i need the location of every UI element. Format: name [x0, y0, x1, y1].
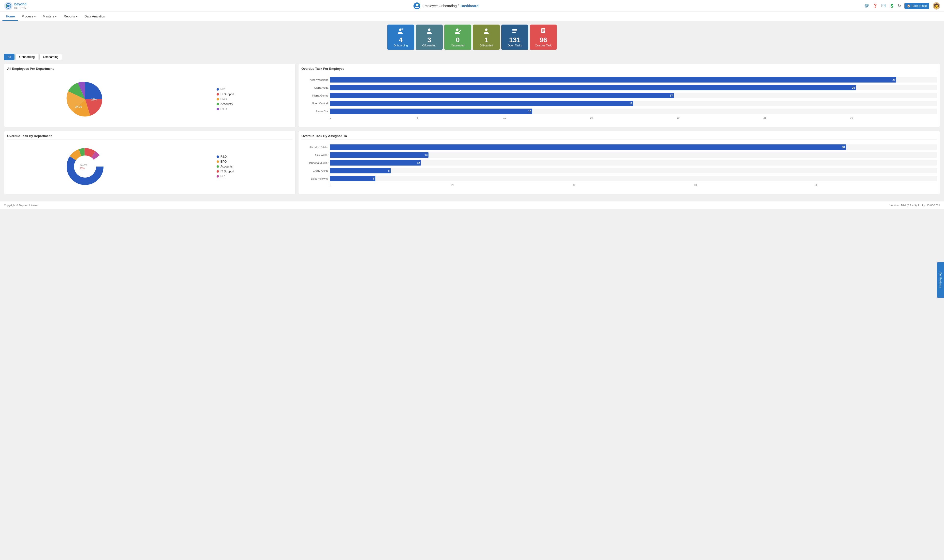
- header-breadcrumb: + Employee Onboarding / Dashboard: [413, 3, 478, 9]
- settings-button[interactable]: ⚙️: [864, 3, 869, 8]
- dept-pie-container: 25% 37.5% HR IT Support BPO Accounts R&D: [7, 75, 293, 124]
- logo-area: beyond INTRANET: [4, 2, 28, 10]
- refresh-button[interactable]: ↻: [898, 3, 901, 8]
- dashboard-row-1: All Employees Per Department 25% 37.5% H…: [0, 62, 944, 129]
- onboarding-icon: +: [392, 28, 409, 35]
- help-button[interactable]: ❓: [873, 3, 878, 8]
- bar-label: Grady Archie: [301, 169, 329, 172]
- open-tasks-card[interactable]: 131 Open Tasks: [501, 25, 528, 50]
- bar-row: Lidia Holloway 6: [301, 176, 937, 181]
- header-page-icon: +: [413, 3, 420, 9]
- onboarded-icon: [449, 28, 466, 35]
- bar-fill: 10: [330, 109, 532, 114]
- dept-pie-chart: 25% 37.5%: [65, 80, 105, 119]
- dashboard-row-2: Overdue Task By Department 59.4% 25% R&D: [0, 129, 944, 196]
- summary-row: + 4 Onboarding 3 Offboarding 0 Onboarded…: [0, 21, 944, 52]
- breadcrumb-link[interactable]: Dashboard: [460, 4, 478, 8]
- offboarded-card[interactable]: 1 Offboarded: [473, 25, 500, 50]
- offboarding-card[interactable]: 3 Offboarding: [416, 25, 443, 50]
- bar-label: Alice Woodland: [301, 78, 329, 81]
- bar-row: Jitendra Patidar 68: [301, 145, 937, 150]
- open-tasks-label: Open Tasks: [506, 44, 523, 47]
- dept-overdue-chart: 59.4% 25%: [65, 147, 105, 186]
- bar-fill: 28: [330, 77, 896, 83]
- open-tasks-count: 131: [506, 37, 523, 43]
- bar-label: Cierra Vega: [301, 86, 329, 89]
- bar-label: Pierre Cox: [301, 110, 329, 113]
- bar-track: 28: [330, 77, 937, 83]
- onboarding-card[interactable]: + 4 Onboarding: [387, 25, 414, 50]
- billing-button[interactable]: 💲: [889, 3, 894, 8]
- bar-fill: 17: [330, 93, 674, 98]
- bar-track: 13: [330, 152, 937, 158]
- onboarding-count: 4: [392, 37, 409, 43]
- bar-label: Alex Wilber: [301, 154, 329, 157]
- overdue-employee-title: Overdue Task For Employee: [301, 67, 937, 72]
- bar-row: Grady Archie 8: [301, 168, 937, 174]
- svg-point-7: [399, 29, 401, 31]
- offboarding-icon: [421, 28, 438, 35]
- offboarded-icon: [478, 28, 495, 35]
- bar-track: 8: [330, 168, 937, 174]
- svg-point-11: [456, 29, 458, 31]
- nav-masters[interactable]: Masters ▾: [39, 12, 60, 21]
- svg-point-10: [428, 29, 430, 31]
- back-icon: 🏠: [907, 4, 910, 8]
- offboarded-label: Offboarded: [478, 44, 495, 47]
- bar-label: Henrietta Mueller: [301, 162, 329, 164]
- assigned-axis: 020406080: [330, 184, 937, 186]
- bar-row: Cierra Vega 26: [301, 85, 937, 91]
- dept-overdue-panel: Overdue Task By Department 59.4% 25% R&D: [4, 131, 296, 194]
- mail-button[interactable]: ✉️: [881, 3, 886, 8]
- dept-pie-legend: HR IT Support BPO Accounts R&D: [217, 88, 234, 111]
- back-to-site-button[interactable]: 🏠 Back to site: [904, 3, 929, 9]
- assigned-bars: Jitendra Patidar 68 Alex Wilber 13 Henri…: [301, 142, 937, 181]
- svg-rect-15: [512, 32, 516, 33]
- nav-reports[interactable]: Reports ▾: [60, 12, 81, 21]
- bar-row: Pierre Cox 10: [301, 109, 937, 114]
- nav-home[interactable]: Home: [3, 12, 18, 21]
- bar-track: 17: [330, 93, 937, 98]
- filter-row: All Onboarding Offboarding: [0, 52, 944, 62]
- svg-rect-17: [542, 29, 544, 30]
- dept-overdue-container: 59.4% 25% R&D BPO Accounts IT Support HR: [7, 142, 293, 191]
- overdue-tasks-label: Overdue Task: [535, 44, 552, 47]
- svg-rect-18: [542, 31, 544, 31]
- onboarded-label: Onboarded: [449, 44, 466, 47]
- bar-track: 15: [330, 101, 937, 106]
- offboarded-count: 1: [478, 37, 495, 43]
- assigned-title: Overdue Task By Assigned To: [301, 134, 937, 140]
- bar-fill: 68: [330, 145, 846, 150]
- filter-offboarding[interactable]: Offboarding: [39, 54, 62, 60]
- filter-onboarding[interactable]: Onboarding: [15, 54, 39, 60]
- onboarded-card[interactable]: 0 Onboarded: [444, 25, 471, 50]
- bar-row: Alice Woodland 28: [301, 77, 937, 83]
- filter-all[interactable]: All: [4, 54, 14, 60]
- overdue-employee-axis: 051015202530: [330, 117, 937, 119]
- offboarding-count: 3: [421, 37, 438, 43]
- svg-text:25%: 25%: [91, 98, 97, 101]
- top-header: beyond INTRANET + Employee Onboarding / …: [0, 0, 944, 12]
- assigned-panel: Overdue Task By Assigned To Jitendra Pat…: [298, 131, 940, 194]
- brand-name: beyond INTRANET: [14, 2, 28, 9]
- reports-dropdown-icon: ▾: [76, 14, 78, 18]
- svg-rect-14: [512, 31, 517, 31]
- svg-point-27: [74, 156, 96, 177]
- svg-point-4: [416, 4, 418, 6]
- overdue-tasks-icon: [535, 28, 552, 35]
- nav-process[interactable]: Process ▾: [18, 12, 39, 21]
- bar-label: Jitendra Patidar: [301, 146, 329, 149]
- avatar[interactable]: 🧑: [933, 2, 940, 9]
- masters-dropdown-icon: ▾: [55, 14, 57, 18]
- svg-text:37.5%: 37.5%: [75, 106, 82, 108]
- nav-data-analytics[interactable]: Data Analytics: [81, 12, 108, 21]
- header-actions: ⚙️ ❓ ✉️ 💲 ↻ 🏠 Back to site 🧑: [864, 2, 940, 9]
- overdue-tasks-card[interactable]: 96 Overdue Task: [530, 25, 557, 50]
- bar-label: Alden Cantrell: [301, 102, 329, 105]
- bar-track: 10: [330, 109, 937, 114]
- page-footer: Copyright © Beyond Intranet Version : Tr…: [0, 201, 944, 209]
- bar-row: Kierra Gentry 17: [301, 93, 937, 98]
- overdue-employee-bars: Alice Woodland 28 Cierra Vega 26 Kierra …: [301, 75, 937, 114]
- dept-overdue-legend: R&D BPO Accounts IT Support HR: [217, 155, 234, 178]
- overdue-employee-panel: Overdue Task For Employee Alice Woodland…: [298, 64, 940, 127]
